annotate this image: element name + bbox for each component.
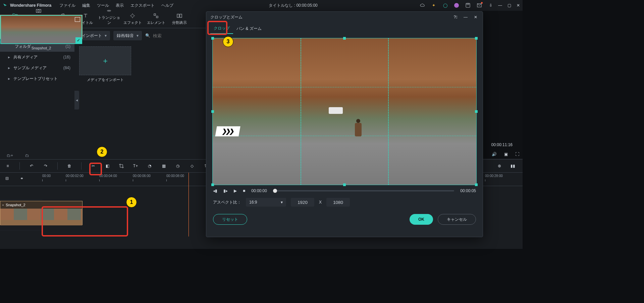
player-scrubber[interactable] bbox=[273, 190, 454, 191]
dialog-player: ◂▮ ▮▸ ▶ ■ 00:00:00 00:00:05 bbox=[206, 185, 483, 197]
save-icon[interactable] bbox=[465, 3, 471, 8]
svg-rect-8 bbox=[177, 14, 179, 17]
import-tile-label: メディアをインポート bbox=[79, 77, 131, 82]
vehicle-decor bbox=[329, 107, 343, 114]
help-icon[interactable]: ?⃝ bbox=[452, 14, 459, 20]
import-dropdown[interactable]: インポート▾ bbox=[78, 31, 110, 40]
crop-icon[interactable] bbox=[118, 163, 124, 169]
sidebar-collapse-handle[interactable]: ◂ bbox=[74, 91, 79, 110]
title-bar: Wondershare Filmora ファイル 編集 ツール 表示 エクスポー… bbox=[0, 0, 523, 11]
headset-icon[interactable]: ◯ bbox=[442, 3, 448, 8]
person-decor bbox=[355, 119, 362, 146]
crop-preview[interactable]: ❯❯❯ bbox=[212, 38, 477, 185]
idea-icon[interactable]: ✦ bbox=[431, 3, 436, 8]
tab-element[interactable]: エレメント bbox=[144, 11, 168, 28]
record-dropdown[interactable]: 録画/録音▾ bbox=[113, 31, 142, 40]
road-sign-decor: ❯❯❯ bbox=[215, 126, 240, 136]
crop-handle[interactable] bbox=[211, 110, 214, 113]
media-search[interactable]: 🔍 bbox=[145, 33, 196, 39]
dialog-tab-panzoom[interactable]: パン & ズーム bbox=[233, 24, 265, 34]
volume-icon[interactable]: 🔊 bbox=[492, 152, 497, 157]
tab-effect[interactable]: エフェクト bbox=[121, 11, 144, 28]
dialog-title: クロップとズーム bbox=[210, 14, 243, 20]
hamburger-icon[interactable]: ≡ bbox=[5, 163, 11, 169]
split-icon bbox=[176, 13, 182, 19]
delete-icon[interactable]: 🗑 bbox=[66, 163, 72, 169]
check-icon: ✓ bbox=[75, 37, 82, 43]
mic-icon[interactable]: ⇩ bbox=[488, 3, 493, 8]
mail-icon[interactable] bbox=[477, 3, 482, 8]
crop-handle[interactable] bbox=[475, 110, 478, 113]
crop-handle[interactable] bbox=[343, 37, 346, 40]
menu-help[interactable]: ヘルプ bbox=[161, 3, 173, 8]
step-back-icon[interactable]: ◂▮ bbox=[213, 188, 217, 193]
tab-split[interactable]: 分割表示 bbox=[168, 11, 191, 28]
clip-tile-label: Snapshot_2 bbox=[0, 46, 82, 50]
snapshot-icon[interactable]: ▣ bbox=[504, 152, 508, 157]
timeline-clip[interactable]: ▫Snapshot_2 bbox=[0, 201, 83, 225]
tab-element-label: エレメント bbox=[147, 20, 165, 25]
dialog-close-icon[interactable]: ✕ bbox=[473, 14, 479, 20]
svg-point-5 bbox=[38, 10, 40, 12]
open-folder-icon[interactable]: 🗀 bbox=[25, 153, 29, 158]
cancel-button[interactable]: キャンセル bbox=[438, 214, 476, 225]
speed-icon[interactable]: ◔ bbox=[147, 163, 153, 169]
add-track-icon[interactable]: ⊕ bbox=[496, 163, 502, 169]
preview-panel bbox=[482, 11, 523, 159]
cut-icon[interactable]: ✂ bbox=[90, 163, 96, 169]
ruler-tick: 00:00:08:00 bbox=[166, 174, 184, 178]
play-icon[interactable]: ▶ bbox=[234, 188, 237, 193]
crop-handle[interactable] bbox=[343, 183, 346, 186]
new-folder-icon[interactable]: 🗀+ bbox=[7, 153, 13, 158]
annotation-callout-2: 2 bbox=[97, 146, 107, 157]
menu-file[interactable]: ファイル bbox=[59, 3, 75, 8]
search-input[interactable] bbox=[152, 33, 186, 39]
clock-icon[interactable]: ◷ bbox=[175, 163, 181, 169]
keyframe-icon[interactable]: ◇ bbox=[189, 163, 195, 169]
crop-handle[interactable] bbox=[475, 37, 478, 40]
sidebar-item-shared-media[interactable]: 共有メディア(16) bbox=[0, 52, 74, 62]
sidebar-item-template-preset[interactable]: テンプレートプリセット bbox=[0, 73, 74, 84]
sidebar-item-sample-media[interactable]: サンプル メディア(84) bbox=[0, 62, 74, 73]
aspect-ratio-select[interactable]: 16:9▾ bbox=[246, 198, 286, 207]
crop-zoom-dialog: クロップとズーム ?⃝ — ✕ クロップ パン & ズーム ❯❯❯ ◂▮ ▮ bbox=[206, 11, 483, 237]
cloud-icon[interactable] bbox=[420, 3, 425, 8]
player-end-tc: 00:00:05 bbox=[460, 188, 476, 193]
stop-icon[interactable]: ■ bbox=[243, 188, 245, 193]
sidebar-item-count: (84) bbox=[63, 66, 70, 70]
tab-transition[interactable]: トランジション bbox=[97, 6, 121, 28]
crop-height-input[interactable] bbox=[326, 198, 350, 207]
window-close-icon[interactable]: ✕ bbox=[517, 3, 520, 8]
step-fwd-icon[interactable]: ▮▸ bbox=[223, 188, 228, 193]
colorgrade-icon[interactable]: ▦ bbox=[161, 163, 167, 169]
crop-handle[interactable] bbox=[475, 183, 478, 186]
scrubber-knob[interactable] bbox=[273, 189, 277, 193]
add-text-icon[interactable]: T+ bbox=[132, 163, 139, 169]
ok-button[interactable]: OK bbox=[410, 214, 433, 225]
sidebar-item-label: 共有メディア bbox=[13, 54, 38, 60]
timeline-link-icon[interactable]: ⚭ bbox=[20, 176, 23, 181]
avatar-icon[interactable] bbox=[454, 3, 459, 8]
timeline-collapse-icon[interactable]: ⊟ bbox=[5, 176, 9, 181]
menu-edit[interactable]: 編集 bbox=[82, 3, 90, 8]
reset-button[interactable]: リセット bbox=[213, 214, 247, 225]
crop-handle[interactable] bbox=[211, 183, 214, 186]
markers-icon[interactable]: ▮▮ bbox=[510, 163, 516, 169]
menu-export[interactable]: エクスポート bbox=[130, 3, 155, 8]
window-minimize-icon[interactable]: — bbox=[498, 3, 502, 8]
redo-icon[interactable]: ↷ bbox=[43, 163, 49, 169]
import-media-tile[interactable]: ＋ メディアをインポート bbox=[79, 46, 131, 82]
window-maximize-icon[interactable]: ▢ bbox=[507, 3, 511, 8]
tag-icon[interactable]: ◧ bbox=[104, 163, 110, 169]
fullscreen-icon[interactable]: ⛶ bbox=[515, 152, 519, 157]
crop-handle[interactable] bbox=[211, 37, 214, 40]
undo-icon[interactable]: ↶ bbox=[29, 163, 35, 169]
crop-width-input[interactable] bbox=[291, 198, 314, 207]
dialog-minimize-icon[interactable]: — bbox=[463, 14, 469, 20]
svg-rect-6 bbox=[154, 14, 156, 15]
app-logo-icon bbox=[3, 3, 7, 8]
dialog-tab-crop[interactable]: クロップ bbox=[210, 24, 233, 34]
media-clip-tile[interactable]: ✓ Snapshot_2 bbox=[0, 15, 83, 39]
aspect-ratio-value: 16:9 bbox=[249, 200, 257, 205]
playhead[interactable] bbox=[189, 173, 189, 236]
